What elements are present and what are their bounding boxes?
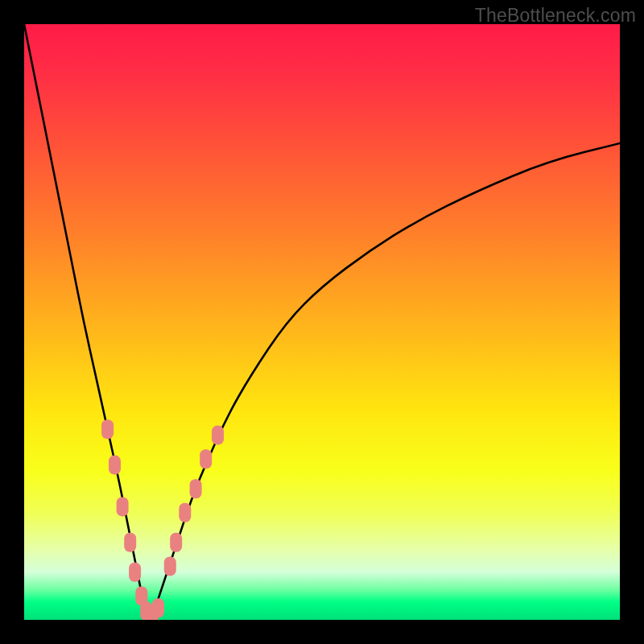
highlight-bead: [212, 426, 224, 445]
highlight-bead: [190, 479, 202, 498]
highlight-bead: [117, 497, 129, 516]
highlight-bead: [164, 556, 176, 576]
highlight-bead: [124, 533, 136, 552]
highlight-bead: [101, 419, 114, 439]
highlight-bead: [152, 598, 164, 617]
highlight-bead: [179, 503, 191, 522]
curve-path: [24, 24, 620, 617]
bottleneck-curve-svg: [24, 24, 620, 620]
highlight-bead: [129, 563, 141, 582]
highlight-bead: [109, 456, 121, 475]
highlight-bead: [200, 449, 212, 469]
curve-path-group: [24, 24, 620, 617]
bead-group: [101, 419, 224, 620]
watermark-text: TheBottleneck.com: [475, 5, 636, 27]
plot-area: [24, 24, 620, 620]
highlight-bead: [170, 533, 182, 552]
